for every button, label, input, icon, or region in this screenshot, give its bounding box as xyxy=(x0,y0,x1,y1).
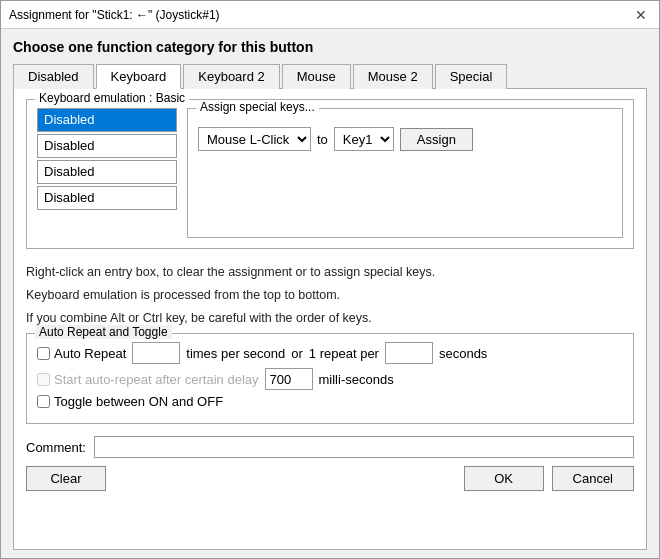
toggle-text: Toggle between ON and OFF xyxy=(54,394,223,409)
seconds-label: seconds xyxy=(439,346,487,361)
times-per-second-label: times per second xyxy=(186,346,285,361)
auto-repeat-checkbox-label[interactable]: Auto Repeat xyxy=(37,346,126,361)
start-delay-checkbox-label: Start auto-repeat after certain delay xyxy=(37,372,259,387)
info-line-1: Keyboard emulation is processed from the… xyxy=(26,284,634,307)
main-title: Choose one function category for this bu… xyxy=(13,39,647,55)
auto-repeat-section: Auto Repeat and Toggle Auto Repeat times… xyxy=(26,333,634,424)
tab-special[interactable]: Special xyxy=(435,64,508,89)
title-bar: Assignment for "Stick1: ←" (Joystick#1) … xyxy=(1,1,659,29)
tab-keyboard2[interactable]: Keyboard 2 xyxy=(183,64,280,89)
seconds-input[interactable] xyxy=(385,342,433,364)
keyboard-basic-content: Disabled Disabled Disabled Disabled Assi… xyxy=(37,108,623,238)
start-delay-checkbox xyxy=(37,373,50,386)
special-keys-label: Assign special keys... xyxy=(196,100,319,114)
key-entry-3[interactable]: Disabled xyxy=(37,186,177,210)
auto-repeat-row2: Start auto-repeat after certain delay mi… xyxy=(37,368,623,390)
ok-button[interactable]: OK xyxy=(464,466,544,491)
bottom-buttons: Clear OK Cancel xyxy=(26,466,634,491)
cancel-button[interactable]: Cancel xyxy=(552,466,634,491)
delay-value-input[interactable] xyxy=(265,368,313,390)
or-label: or xyxy=(291,346,303,361)
window-content: Choose one function category for this bu… xyxy=(1,29,659,558)
key-list: Disabled Disabled Disabled Disabled xyxy=(37,108,177,238)
window-title: Assignment for "Stick1: ←" (Joystick#1) xyxy=(9,8,220,22)
key-entry-2[interactable]: Disabled xyxy=(37,160,177,184)
comment-row: Comment: xyxy=(26,436,634,458)
auto-repeat-row3: Toggle between ON and OFF xyxy=(37,394,623,409)
milli-seconds-label: milli-seconds xyxy=(319,372,394,387)
key-entry-1[interactable]: Disabled xyxy=(37,134,177,158)
start-delay-text: Start auto-repeat after certain delay xyxy=(54,372,259,387)
toggle-checkbox-label[interactable]: Toggle between ON and OFF xyxy=(37,394,223,409)
comment-input[interactable] xyxy=(94,436,634,458)
to-label: to xyxy=(317,132,328,147)
tab-keyboard[interactable]: Keyboard xyxy=(96,64,182,89)
info-line-0: Right-click an entry box, to clear the a… xyxy=(26,261,634,284)
keyboard-basic-label: Keyboard emulation : Basic xyxy=(35,91,189,105)
tab-bar: Disabled Keyboard Keyboard 2 Mouse Mouse… xyxy=(13,63,647,89)
main-window: Assignment for "Stick1: ←" (Joystick#1) … xyxy=(0,0,660,559)
auto-repeat-text: Auto Repeat xyxy=(54,346,126,361)
tab-mouse2[interactable]: Mouse 2 xyxy=(353,64,433,89)
close-button[interactable]: ✕ xyxy=(631,7,651,23)
comment-label: Comment: xyxy=(26,440,86,455)
key-entry-0[interactable]: Disabled xyxy=(37,108,177,132)
repeat-label: 1 repeat per xyxy=(309,346,379,361)
keyboard-basic-section: Keyboard emulation : Basic Disabled Disa… xyxy=(26,99,634,249)
tab-disabled[interactable]: Disabled xyxy=(13,64,94,89)
tab-mouse[interactable]: Mouse xyxy=(282,64,351,89)
special-key-from-dropdown[interactable]: Mouse L-Click xyxy=(198,127,311,151)
toggle-checkbox[interactable] xyxy=(37,395,50,408)
auto-repeat-row1: Auto Repeat times per second or 1 repeat… xyxy=(37,342,623,364)
times-per-second-input[interactable] xyxy=(132,342,180,364)
tab-panel: Keyboard emulation : Basic Disabled Disa… xyxy=(13,89,647,550)
special-keys-row: Mouse L-Click to Key1 Assign xyxy=(198,127,473,151)
auto-repeat-section-label: Auto Repeat and Toggle xyxy=(35,325,172,339)
assign-button[interactable]: Assign xyxy=(400,128,473,151)
special-keys-box: Assign special keys... Mouse L-Click to … xyxy=(187,108,623,238)
special-key-to-dropdown[interactable]: Key1 xyxy=(334,127,394,151)
info-section: Right-click an entry box, to clear the a… xyxy=(26,257,634,333)
ok-cancel-group: OK Cancel xyxy=(464,466,634,491)
auto-repeat-checkbox[interactable] xyxy=(37,347,50,360)
clear-button[interactable]: Clear xyxy=(26,466,106,491)
